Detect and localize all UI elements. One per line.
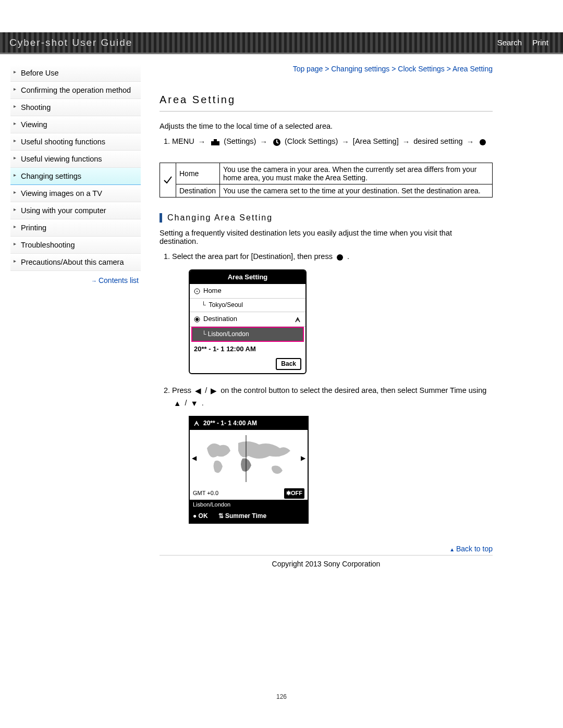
screen-title: Area Setting xyxy=(190,270,305,285)
app-title: Cyber-shot User Guide xyxy=(9,37,132,48)
nav-item-viewing-images-on-a-tv[interactable]: Viewing images on a TV xyxy=(10,185,141,202)
nav-item-before-use[interactable]: Before Use xyxy=(10,65,141,82)
nav-item-viewing[interactable]: Viewing xyxy=(10,116,141,133)
triangle-up-icon: ▲ xyxy=(174,398,181,410)
header-actions: Search Print xyxy=(497,36,554,48)
breadcrumb: Top page > Changing settings > Clock Set… xyxy=(160,65,493,73)
contents-list-link[interactable]: Contents list xyxy=(10,271,141,285)
map-body: ◀ ▶ xyxy=(190,430,308,487)
table-label-home: Home xyxy=(176,163,220,184)
screen-area-setting: Area Setting Home └ Tokyo/Seoul Destinat… xyxy=(189,269,307,375)
arrow-icon: → xyxy=(260,136,267,148)
arrow-icon: → xyxy=(402,136,410,148)
screen-dest-row: Destination xyxy=(190,312,305,327)
nav-list: Before UseConfirming the operation metho… xyxy=(10,65,141,271)
breadcrumb-area[interactable]: Area Setting xyxy=(452,65,493,73)
intro-text: Adjusts the time to the local time of a … xyxy=(160,122,493,130)
table-desc-home: You use the camera in your area. When th… xyxy=(220,163,493,184)
clock-icon xyxy=(273,136,281,148)
step-2-2: Press ◀ / ▶ on the control button to sel… xyxy=(172,385,493,524)
nav-item-using-with-your-computer[interactable]: Using with your computer xyxy=(10,202,141,219)
person-plane-icon xyxy=(294,316,301,323)
triangle-right-icon: ▶ xyxy=(301,453,305,463)
back-to-top-link[interactable]: Back to top xyxy=(160,545,493,553)
sub-intro: Setting a frequently visited destination… xyxy=(160,229,493,245)
arrow-icon: → xyxy=(341,136,349,148)
table-desc-destination: You use the camera set to the time at yo… xyxy=(220,184,493,197)
screen-world-map: 20** - 1- 1 4:00 AM ◀ xyxy=(189,416,309,524)
svg-point-4 xyxy=(337,254,343,261)
option-table: Home You use the camera in your area. Wh… xyxy=(160,163,493,198)
triangle-left-icon: ◀ xyxy=(192,453,197,463)
nav-item-useful-shooting-functions[interactable]: Useful shooting functions xyxy=(10,133,141,151)
step-2-1: Select the area part for [Destination], … xyxy=(172,251,493,375)
nav-item-useful-viewing-functions[interactable]: Useful viewing functions xyxy=(10,151,141,168)
arrow-icon: → xyxy=(198,136,206,148)
step-1: MENU → (Settings) → (Clock Settings) → [… xyxy=(172,135,493,148)
main-content: Top page > Changing settings > Clock Set… xyxy=(160,65,493,589)
screen-dest-zone: └ Lisbon/London xyxy=(191,327,304,342)
header-bar: Cyber-shot User Guide Search Print xyxy=(0,32,563,54)
nav-item-shooting[interactable]: Shooting xyxy=(10,99,141,116)
step-list-2: Select the area part for [Destination], … xyxy=(160,251,493,524)
radio-home-icon xyxy=(194,288,200,294)
map-head: 20** - 1- 1 4:00 AM xyxy=(190,417,308,430)
check-icon-cell xyxy=(160,163,176,197)
sidebar: Before UseConfirming the operation metho… xyxy=(10,65,141,589)
search-link[interactable]: Search xyxy=(497,38,522,47)
check-icon xyxy=(163,175,173,184)
footer-copyright: Copyright 2013 Sony Corporation xyxy=(160,555,493,589)
summer-off-badge: ✱OFF xyxy=(284,488,304,499)
svg-point-8 xyxy=(195,318,199,321)
subheading: Changing Area Setting xyxy=(160,213,493,223)
arrow-icon: → xyxy=(467,136,474,148)
screen-home-row: Home xyxy=(190,284,305,299)
svg-point-3 xyxy=(480,139,486,145)
triangle-down-icon: ▼ xyxy=(190,398,198,410)
dot-icon xyxy=(336,251,344,263)
triangle-left-icon: ◀ xyxy=(195,385,201,397)
person-plane-icon xyxy=(193,419,200,427)
map-ok-row: ● OK ⇅ Summer Time xyxy=(190,510,308,523)
triangle-right-icon: ▶ xyxy=(211,385,217,397)
map-gmt-row: GMT +0.0 ✱OFF xyxy=(190,487,308,500)
updown-icon: ⇅ xyxy=(218,512,224,520)
nav-item-confirming-the-operation-method[interactable]: Confirming the operation method xyxy=(10,82,141,99)
screen-home-zone: └ Tokyo/Seoul xyxy=(190,299,305,312)
print-button[interactable]: Print xyxy=(527,36,554,48)
breadcrumb-top[interactable]: Top page xyxy=(293,65,323,73)
nav-item-printing[interactable]: Printing xyxy=(10,219,141,237)
map-zone-row: Lisbon/London xyxy=(190,500,308,510)
svg-rect-0 xyxy=(211,141,219,145)
radio-dest-icon xyxy=(194,316,200,323)
step-list-1: MENU → (Settings) → (Clock Settings) → [… xyxy=(160,135,493,148)
nav-item-precautions-about-this-camera[interactable]: Precautions/About this camera xyxy=(10,254,141,271)
page-number: 126 xyxy=(0,693,563,700)
nav-item-troubleshooting[interactable]: Troubleshooting xyxy=(10,237,141,254)
world-map-graphic xyxy=(197,435,301,482)
breadcrumb-changing[interactable]: Changing settings xyxy=(331,65,389,73)
dot-icon xyxy=(479,136,486,148)
breadcrumb-clock[interactable]: Clock Settings xyxy=(398,65,444,73)
svg-rect-1 xyxy=(214,139,217,141)
screen-time: 20** - 1- 1 12:00 AM xyxy=(190,342,305,357)
svg-point-6 xyxy=(197,291,198,292)
page-title: Area Setting xyxy=(160,94,493,112)
screen-back: Back xyxy=(190,357,305,373)
table-label-destination: Destination xyxy=(176,184,220,197)
toolbox-icon xyxy=(211,136,220,148)
nav-item-changing-settings[interactable]: Changing settings xyxy=(10,168,141,185)
